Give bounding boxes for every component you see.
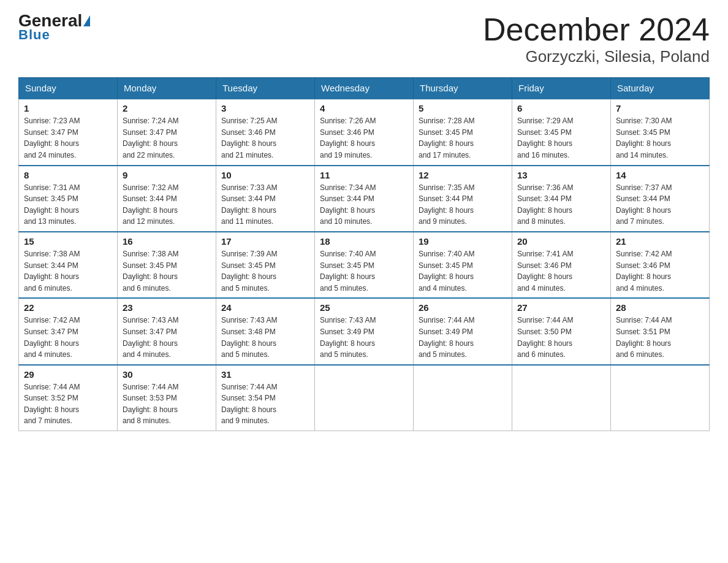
col-sunday: Sunday xyxy=(19,78,118,99)
table-row: 22 Sunrise: 7:42 AM Sunset: 3:47 PM Dayl… xyxy=(19,298,118,364)
day-info: Sunrise: 7:37 AM Sunset: 3:44 PM Dayligh… xyxy=(616,182,704,228)
day-info: Sunrise: 7:44 AM Sunset: 3:53 PM Dayligh… xyxy=(123,381,211,427)
day-number: 31 xyxy=(221,369,309,380)
day-info: Sunrise: 7:38 AM Sunset: 3:44 PM Dayligh… xyxy=(24,248,112,294)
table-row: 13 Sunrise: 7:36 AM Sunset: 3:44 PM Dayl… xyxy=(512,166,611,232)
day-number: 3 xyxy=(221,103,309,113)
day-info: Sunrise: 7:40 AM Sunset: 3:45 PM Dayligh… xyxy=(419,248,507,294)
day-number: 30 xyxy=(123,369,211,380)
day-info: Sunrise: 7:43 AM Sunset: 3:49 PM Dayligh… xyxy=(320,315,408,360)
table-row: 20 Sunrise: 7:41 AM Sunset: 3:46 PM Dayl… xyxy=(512,232,611,298)
day-number: 18 xyxy=(320,236,408,247)
day-info: Sunrise: 7:36 AM Sunset: 3:44 PM Dayligh… xyxy=(517,182,605,228)
day-info: Sunrise: 7:25 AM Sunset: 3:46 PM Dayligh… xyxy=(221,115,309,161)
calendar-table: Sunday Monday Tuesday Wednesday Thursday… xyxy=(18,77,710,431)
day-number: 20 xyxy=(517,236,605,247)
table-row xyxy=(611,365,710,431)
day-info: Sunrise: 7:41 AM Sunset: 3:46 PM Dayligh… xyxy=(517,248,605,294)
day-number: 10 xyxy=(221,170,309,180)
table-row xyxy=(414,365,512,431)
table-row: 5 Sunrise: 7:28 AM Sunset: 3:45 PM Dayli… xyxy=(414,99,512,165)
table-row: 31 Sunrise: 7:44 AM Sunset: 3:54 PM Dayl… xyxy=(216,365,315,431)
table-row: 4 Sunrise: 7:26 AM Sunset: 3:46 PM Dayli… xyxy=(315,99,414,165)
table-row: 8 Sunrise: 7:31 AM Sunset: 3:45 PM Dayli… xyxy=(19,166,118,232)
day-number: 1 xyxy=(24,103,112,113)
logo: General Blue xyxy=(18,12,90,43)
table-row: 23 Sunrise: 7:43 AM Sunset: 3:47 PM Dayl… xyxy=(118,298,216,364)
day-number: 13 xyxy=(517,170,605,180)
day-info: Sunrise: 7:40 AM Sunset: 3:45 PM Dayligh… xyxy=(320,248,408,294)
day-info: Sunrise: 7:35 AM Sunset: 3:44 PM Dayligh… xyxy=(419,182,507,228)
day-number: 4 xyxy=(320,103,408,113)
day-info: Sunrise: 7:26 AM Sunset: 3:46 PM Dayligh… xyxy=(320,115,408,161)
day-info: Sunrise: 7:29 AM Sunset: 3:45 PM Dayligh… xyxy=(517,115,605,161)
calendar-week-row: 22 Sunrise: 7:42 AM Sunset: 3:47 PM Dayl… xyxy=(19,298,710,364)
day-info: Sunrise: 7:44 AM Sunset: 3:52 PM Dayligh… xyxy=(24,381,112,427)
day-number: 16 xyxy=(123,236,211,247)
table-row: 9 Sunrise: 7:32 AM Sunset: 3:44 PM Dayli… xyxy=(118,166,216,232)
table-row: 11 Sunrise: 7:34 AM Sunset: 3:44 PM Dayl… xyxy=(315,166,414,232)
day-number: 25 xyxy=(320,302,408,313)
day-info: Sunrise: 7:23 AM Sunset: 3:47 PM Dayligh… xyxy=(24,115,112,161)
day-info: Sunrise: 7:33 AM Sunset: 3:44 PM Dayligh… xyxy=(221,182,309,228)
day-number: 9 xyxy=(123,170,211,180)
day-info: Sunrise: 7:42 AM Sunset: 3:46 PM Dayligh… xyxy=(616,248,704,294)
calendar-week-row: 29 Sunrise: 7:44 AM Sunset: 3:52 PM Dayl… xyxy=(19,365,710,431)
calendar-week-row: 15 Sunrise: 7:38 AM Sunset: 3:44 PM Dayl… xyxy=(19,232,710,298)
table-row: 6 Sunrise: 7:29 AM Sunset: 3:45 PM Dayli… xyxy=(512,99,611,165)
day-number: 29 xyxy=(24,369,112,380)
table-row: 26 Sunrise: 7:44 AM Sunset: 3:49 PM Dayl… xyxy=(414,298,512,364)
title-block: December 2024 Gorzyczki, Silesia, Poland xyxy=(483,12,710,66)
day-info: Sunrise: 7:32 AM Sunset: 3:44 PM Dayligh… xyxy=(123,182,211,228)
table-row: 15 Sunrise: 7:38 AM Sunset: 3:44 PM Dayl… xyxy=(19,232,118,298)
calendar-header-row: Sunday Monday Tuesday Wednesday Thursday… xyxy=(19,78,710,99)
day-number: 17 xyxy=(221,236,309,247)
table-row: 18 Sunrise: 7:40 AM Sunset: 3:45 PM Dayl… xyxy=(315,232,414,298)
table-row xyxy=(315,365,414,431)
day-info: Sunrise: 7:43 AM Sunset: 3:48 PM Dayligh… xyxy=(221,315,309,360)
day-number: 11 xyxy=(320,170,408,180)
calendar-week-row: 8 Sunrise: 7:31 AM Sunset: 3:45 PM Dayli… xyxy=(19,166,710,232)
day-info: Sunrise: 7:28 AM Sunset: 3:45 PM Dayligh… xyxy=(419,115,507,161)
page-title: December 2024 xyxy=(483,12,710,47)
table-row: 21 Sunrise: 7:42 AM Sunset: 3:46 PM Dayl… xyxy=(611,232,710,298)
day-info: Sunrise: 7:39 AM Sunset: 3:45 PM Dayligh… xyxy=(221,248,309,294)
day-info: Sunrise: 7:42 AM Sunset: 3:47 PM Dayligh… xyxy=(24,315,112,360)
day-info: Sunrise: 7:38 AM Sunset: 3:45 PM Dayligh… xyxy=(123,248,211,294)
col-monday: Monday xyxy=(118,78,216,99)
logo-blue-text: Blue xyxy=(18,27,50,43)
day-number: 26 xyxy=(419,302,507,313)
day-info: Sunrise: 7:34 AM Sunset: 3:44 PM Dayligh… xyxy=(320,182,408,228)
day-number: 23 xyxy=(123,302,211,313)
day-info: Sunrise: 7:44 AM Sunset: 3:50 PM Dayligh… xyxy=(517,315,605,360)
table-row: 16 Sunrise: 7:38 AM Sunset: 3:45 PM Dayl… xyxy=(118,232,216,298)
table-row: 10 Sunrise: 7:33 AM Sunset: 3:44 PM Dayl… xyxy=(216,166,315,232)
day-number: 7 xyxy=(616,103,704,113)
table-row: 24 Sunrise: 7:43 AM Sunset: 3:48 PM Dayl… xyxy=(216,298,315,364)
day-number: 5 xyxy=(419,103,507,113)
page-subtitle: Gorzyczki, Silesia, Poland xyxy=(483,47,710,66)
table-row: 27 Sunrise: 7:44 AM Sunset: 3:50 PM Dayl… xyxy=(512,298,611,364)
day-number: 19 xyxy=(419,236,507,247)
day-number: 14 xyxy=(616,170,704,180)
page-header: General Blue December 2024 Gorzyczki, Si… xyxy=(18,12,710,66)
col-thursday: Thursday xyxy=(414,78,512,99)
day-info: Sunrise: 7:44 AM Sunset: 3:51 PM Dayligh… xyxy=(616,315,704,360)
table-row: 29 Sunrise: 7:44 AM Sunset: 3:52 PM Dayl… xyxy=(19,365,118,431)
day-info: Sunrise: 7:30 AM Sunset: 3:45 PM Dayligh… xyxy=(616,115,704,161)
table-row: 7 Sunrise: 7:30 AM Sunset: 3:45 PM Dayli… xyxy=(611,99,710,165)
table-row xyxy=(512,365,611,431)
day-info: Sunrise: 7:44 AM Sunset: 3:54 PM Dayligh… xyxy=(221,381,309,427)
day-number: 28 xyxy=(616,302,704,313)
table-row: 3 Sunrise: 7:25 AM Sunset: 3:46 PM Dayli… xyxy=(216,99,315,165)
table-row: 12 Sunrise: 7:35 AM Sunset: 3:44 PM Dayl… xyxy=(414,166,512,232)
table-row: 25 Sunrise: 7:43 AM Sunset: 3:49 PM Dayl… xyxy=(315,298,414,364)
day-number: 12 xyxy=(419,170,507,180)
col-wednesday: Wednesday xyxy=(315,78,414,99)
day-number: 8 xyxy=(24,170,112,180)
day-number: 6 xyxy=(517,103,605,113)
table-row: 14 Sunrise: 7:37 AM Sunset: 3:44 PM Dayl… xyxy=(611,166,710,232)
day-info: Sunrise: 7:43 AM Sunset: 3:47 PM Dayligh… xyxy=(123,315,211,360)
day-info: Sunrise: 7:44 AM Sunset: 3:49 PM Dayligh… xyxy=(419,315,507,360)
day-number: 24 xyxy=(221,302,309,313)
